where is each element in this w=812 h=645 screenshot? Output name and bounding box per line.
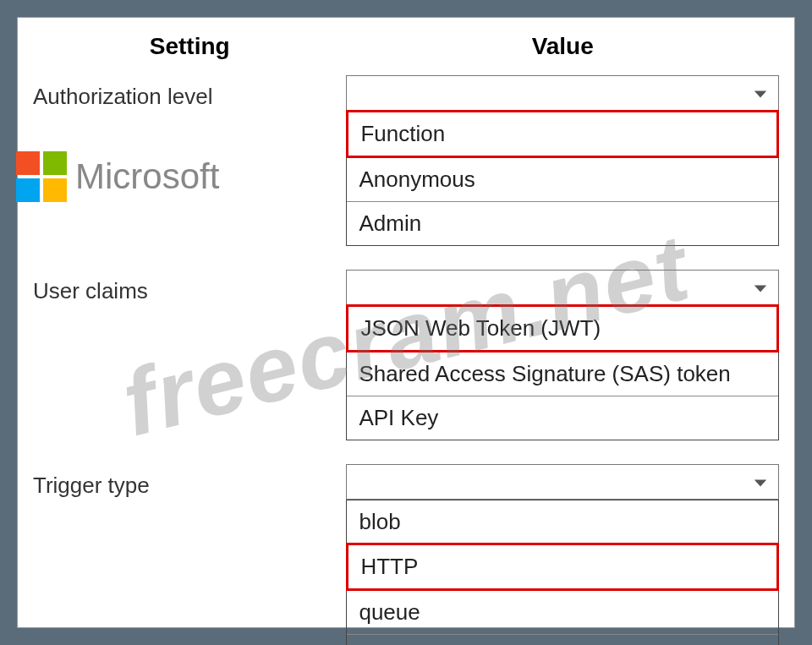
dropdown-option[interactable]: Admin bbox=[347, 201, 778, 245]
dropdown-option-list: FunctionAnonymousAdmin bbox=[346, 110, 779, 246]
dropdown-option-list: JSON Web Token (JWT)Shared Access Signat… bbox=[346, 304, 779, 440]
dropdown-option[interactable]: blob bbox=[347, 500, 778, 544]
dropdown-option[interactable]: HTTP bbox=[346, 543, 779, 591]
setting-column-header: Setting bbox=[33, 33, 346, 75]
chevron-down-icon bbox=[751, 473, 770, 492]
microsoft-logo-text: Microsoft bbox=[75, 156, 219, 197]
dropdown-select[interactable] bbox=[346, 75, 779, 111]
svg-marker-1 bbox=[754, 285, 766, 292]
dropdown-option[interactable]: Function bbox=[346, 110, 779, 158]
settings-panel: Microsoft freecram.net Setting Value Aut… bbox=[17, 17, 795, 628]
setting-value-cell: FunctionAnonymousAdmin bbox=[346, 75, 779, 270]
microsoft-logo-tiles bbox=[16, 151, 67, 202]
dropdown-option[interactable]: queue bbox=[347, 590, 778, 634]
chevron-down-icon bbox=[751, 85, 770, 103]
setting-label: Trigger type bbox=[33, 464, 346, 645]
dropdown-select[interactable] bbox=[346, 464, 779, 500]
microsoft-logo: Microsoft bbox=[16, 151, 219, 202]
setting-value-cell: JSON Web Token (JWT)Shared Access Signat… bbox=[346, 270, 779, 464]
chevron-down-icon bbox=[751, 279, 770, 298]
dropdown-option[interactable]: JSON Web Token (JWT) bbox=[346, 304, 779, 353]
svg-marker-2 bbox=[754, 479, 766, 486]
svg-marker-0 bbox=[754, 90, 766, 97]
dropdown-select[interactable] bbox=[346, 270, 779, 305]
dropdown-option[interactable]: Anonymous bbox=[347, 157, 778, 201]
setting-value-cell: blobHTTPqueuetimer bbox=[346, 464, 779, 645]
dropdown-option[interactable]: Shared Access Signature (SAS) token bbox=[347, 352, 778, 396]
dropdown-option-list: blobHTTPqueuetimer bbox=[346, 500, 779, 645]
settings-table: Setting Value Authorization levelFunctio… bbox=[33, 33, 779, 645]
value-column-header: Value bbox=[346, 33, 779, 75]
dropdown-option[interactable]: API Key bbox=[347, 396, 778, 440]
setting-label: User claims bbox=[33, 270, 346, 464]
dropdown-option[interactable]: timer bbox=[347, 634, 778, 645]
